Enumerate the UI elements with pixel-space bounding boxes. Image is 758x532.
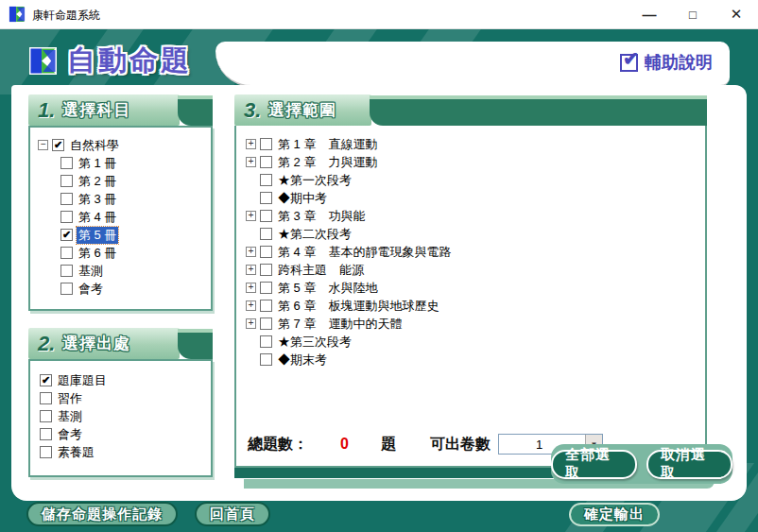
tree-item-label[interactable]: ★第二次段考 <box>276 226 353 243</box>
checkbox[interactable] <box>260 353 272 366</box>
source-option-label[interactable]: 基測 <box>56 408 84 425</box>
tree-item[interactable]: 基測 <box>60 262 211 280</box>
tree-item[interactable]: + 第 3 章 功與能 <box>246 207 705 225</box>
checkbox[interactable] <box>60 265 73 277</box>
tree-item[interactable]: + 第 1 章 直線運動 <box>246 135 705 153</box>
tree-item[interactable]: + 第 6 章 板塊運動與地球歷史 <box>246 297 705 315</box>
tree-item-label[interactable]: ★第一次段考 <box>276 172 353 189</box>
source-option-label[interactable]: 素養題 <box>56 444 96 461</box>
tree-item[interactable]: + 第 7 章 運動中的天體 <box>246 315 705 333</box>
source-option[interactable]: 基測 <box>40 407 211 425</box>
tree-item[interactable]: + 第 2 章 力與運動 <box>246 153 705 171</box>
tree-item-label[interactable]: 第 6 章 板塊運動與地球歷史 <box>276 298 440 315</box>
tree-item[interactable]: + 第 4 章 基本的靜電現象與電路 <box>246 243 705 261</box>
checkbox[interactable] <box>60 211 73 223</box>
tree-item-label[interactable]: 第 7 章 運動中的天體 <box>276 316 404 333</box>
tree-item-label[interactable]: ◆期中考 <box>276 190 329 207</box>
expand-icon[interactable]: + <box>246 283 256 293</box>
checkbox[interactable] <box>260 174 272 186</box>
tree-item-label[interactable]: 第 3 章 功與能 <box>276 208 367 225</box>
tree-item[interactable]: 第 4 冊 <box>60 208 211 226</box>
select-all-button[interactable]: 全部選取 <box>551 450 637 479</box>
checkbox[interactable] <box>260 156 272 168</box>
tree-item-selected[interactable]: ✔ 第 5 冊 <box>60 226 211 244</box>
checkbox[interactable] <box>40 428 52 440</box>
checkbox[interactable] <box>260 210 272 222</box>
expand-icon[interactable]: + <box>246 247 256 257</box>
save-log-button[interactable]: 儲存命題操作記錄 <box>26 502 178 526</box>
checkbox[interactable] <box>60 193 73 205</box>
source-option[interactable]: ✔ 題庫題目 <box>40 371 211 389</box>
checkbox[interactable] <box>60 157 73 169</box>
tree-item-label[interactable]: 第 2 冊 <box>77 173 118 190</box>
checkbox[interactable] <box>260 317 272 330</box>
expand-icon[interactable]: + <box>246 265 256 275</box>
checkbox[interactable]: ✔ <box>60 229 73 241</box>
checkbox[interactable] <box>60 283 73 295</box>
expand-icon[interactable]: + <box>246 211 256 221</box>
source-option-label[interactable]: 習作 <box>56 390 84 407</box>
expand-icon[interactable]: + <box>246 300 256 311</box>
deselect-all-button[interactable]: 取消選取 <box>646 450 732 479</box>
tree-item-label[interactable]: 第 4 章 基本的靜電現象與電路 <box>276 244 453 261</box>
maximize-button[interactable]: □ <box>671 0 715 28</box>
expand-icon[interactable]: + <box>246 139 256 149</box>
checkbox[interactable]: ✔ <box>52 139 64 151</box>
checkbox[interactable] <box>260 228 272 240</box>
tree-item-label[interactable]: 會考 <box>77 281 105 298</box>
tree-item-label[interactable]: 第 5 冊 <box>77 227 118 244</box>
checkbox[interactable] <box>260 192 272 204</box>
tree-item[interactable]: 第 6 冊 <box>60 244 211 262</box>
tree-item-label[interactable]: 基測 <box>77 263 105 280</box>
tree-item-label[interactable]: ◆期末考 <box>276 352 329 369</box>
tree-item-label[interactable]: ★第三次段考 <box>276 334 353 351</box>
checkbox[interactable] <box>260 246 272 258</box>
expand-icon[interactable]: + <box>246 318 256 329</box>
source-option[interactable]: 會考 <box>40 425 211 443</box>
checkbox[interactable] <box>60 247 73 259</box>
source-option[interactable]: 素養題 <box>40 443 211 461</box>
checkbox[interactable] <box>40 392 52 404</box>
collapse-icon[interactable]: − <box>38 140 48 150</box>
source-option-label[interactable]: 題庫題目 <box>56 372 109 389</box>
tree-item-label[interactable]: 第 5 章 水與陸地 <box>276 280 379 297</box>
source-option-label[interactable]: 會考 <box>56 426 84 443</box>
tree-item[interactable]: ★第一次段考 <box>246 171 705 189</box>
checkbox[interactable] <box>260 282 272 294</box>
tree-item[interactable]: ◆期末考 <box>246 351 705 369</box>
checkbox[interactable] <box>260 138 272 150</box>
checkbox[interactable] <box>260 300 272 312</box>
tree-item-label[interactable]: 第 1 章 直線運動 <box>276 136 379 153</box>
tree-item-label[interactable]: 第 3 冊 <box>77 191 118 208</box>
confirm-output-button[interactable]: 確定輸出 <box>569 503 660 526</box>
checkbox[interactable] <box>60 175 73 187</box>
tree-item[interactable]: ◆期中考 <box>246 189 705 207</box>
checkbox[interactable] <box>260 264 272 276</box>
brand: 自動命題 <box>28 42 192 80</box>
tree-item[interactable]: 第 3 冊 <box>60 190 211 208</box>
source-option[interactable]: 習作 <box>40 389 211 407</box>
home-button[interactable]: 回首頁 <box>195 502 270 526</box>
tree-item[interactable]: 會考 <box>60 280 211 298</box>
tree-item-label[interactable]: 第 2 章 力與運動 <box>276 154 379 171</box>
tree-item-label[interactable]: 第 6 冊 <box>77 245 118 262</box>
tree-item[interactable]: − ✔ 自然科學 <box>38 136 211 154</box>
tree-item[interactable]: 第 1 冊 <box>60 154 211 172</box>
checkbox[interactable] <box>40 446 52 458</box>
tree-item[interactable]: 第 2 冊 <box>60 172 211 190</box>
help-button[interactable]: ✔ 輔助說明 <box>620 51 713 74</box>
expand-icon[interactable]: + <box>246 157 256 167</box>
close-button[interactable]: ✕ <box>715 0 758 28</box>
checkbox[interactable]: ✔ <box>40 374 52 386</box>
checkbox[interactable] <box>40 410 52 422</box>
tree-item-label[interactable]: 跨科主題 能源 <box>276 262 366 279</box>
tree-item[interactable]: + 跨科主題 能源 <box>246 261 705 279</box>
minimize-button[interactable]: — <box>628 0 671 28</box>
tree-item-label[interactable]: 第 4 冊 <box>77 209 118 226</box>
checkbox[interactable] <box>260 335 272 348</box>
tree-item-label[interactable]: 第 1 冊 <box>77 155 118 172</box>
tree-item-label[interactable]: 自然科學 <box>68 137 121 154</box>
tree-item[interactable]: + 第 5 章 水與陸地 <box>246 279 705 297</box>
tree-item[interactable]: ★第二次段考 <box>246 225 705 243</box>
tree-item[interactable]: ★第三次段考 <box>246 333 705 351</box>
